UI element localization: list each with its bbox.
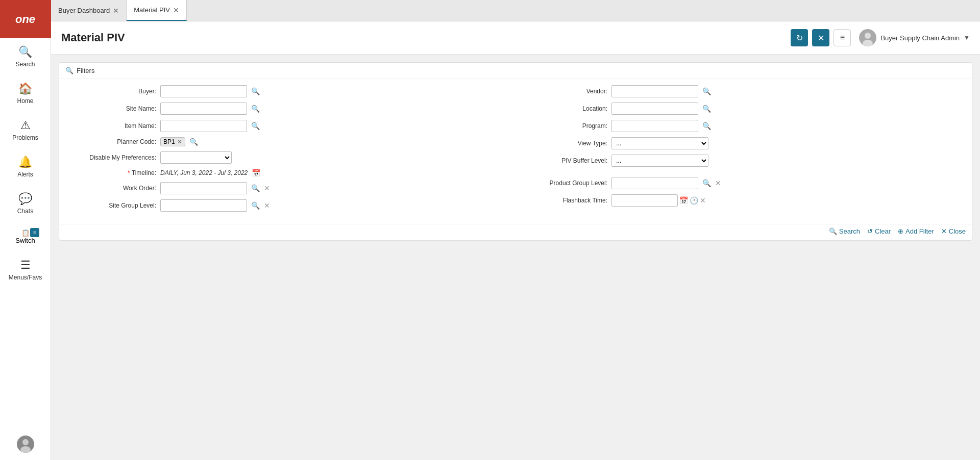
filter-search-icon: 🔍 xyxy=(65,67,74,74)
close-link-icon: ✕ xyxy=(941,227,947,235)
clear-link[interactable]: ↺ Clear xyxy=(867,227,891,235)
vendor-label: Vendor: xyxy=(521,88,607,95)
vendor-input[interactable] xyxy=(611,85,698,97)
program-input[interactable] xyxy=(611,120,698,132)
search-link-icon: 🔍 xyxy=(829,227,837,235)
filter-panel-header: 🔍 Filters xyxy=(59,63,972,79)
work-order-search-icon[interactable]: 🔍 xyxy=(251,185,260,192)
add-filter-link[interactable]: ⊕ Add Filter xyxy=(898,227,934,235)
view-type-select[interactable]: ... xyxy=(611,137,708,149)
sidebar-item-search[interactable]: 🔍 Search xyxy=(0,38,51,75)
filter-row-site-name: Site Name: 🔍 xyxy=(69,103,510,115)
flashback-calendar-icon[interactable]: 📅 xyxy=(679,196,688,205)
filter-panel: 🔍 Filters Buyer: 🔍 Site xyxy=(59,62,972,241)
app-logo[interactable]: one xyxy=(0,0,51,38)
avatar xyxy=(17,436,34,453)
item-name-search-icon[interactable]: 🔍 xyxy=(251,122,260,130)
tab-close-material-piv[interactable]: ✕ xyxy=(173,7,179,14)
product-group-search-icon[interactable]: 🔍 xyxy=(702,180,711,187)
filter-row-site-group: Site Group Level: 🔍 ✕ xyxy=(69,199,510,212)
tab-material-piv[interactable]: Material PIV ✕ xyxy=(127,0,187,21)
timeline-label: Timeline: xyxy=(69,169,156,176)
location-input[interactable] xyxy=(611,103,698,115)
clear-link-icon: ↺ xyxy=(867,227,873,235)
tab-buyer-dashboard[interactable]: Buyer Dashboard ✕ xyxy=(51,0,127,21)
work-order-clear-icon[interactable]: ✕ xyxy=(264,184,270,192)
filter-row-flashback: Flashback Time: 📅 🕐 ✕ xyxy=(521,194,962,207)
page-title: Material PIV xyxy=(61,31,791,44)
buyer-label: Buyer: xyxy=(69,88,156,95)
search-icon: 🔍 xyxy=(18,45,32,59)
buyer-input[interactable] xyxy=(160,85,247,97)
filter-row-product-group: Product Group Level: 🔍 ✕ xyxy=(521,177,962,189)
planner-code-chip-close[interactable]: ✕ xyxy=(177,138,182,145)
timeline-calendar-icon[interactable]: 📅 xyxy=(252,169,260,177)
tab-bar: Buyer Dashboard ✕ Material PIV ✕ xyxy=(51,0,980,21)
filter-row-item-name: Item Name: 🔍 xyxy=(69,120,510,132)
buyer-search-icon[interactable]: 🔍 xyxy=(251,88,260,95)
search-link[interactable]: 🔍 Search xyxy=(829,227,860,235)
filter-row-buyer: Buyer: 🔍 xyxy=(69,85,510,97)
chat-icon: 💬 xyxy=(18,192,32,206)
flashback-label: Flashback Time: xyxy=(521,197,607,204)
filter-row-view-type: View Type: ... xyxy=(521,137,962,149)
planner-code-chip: BP1 ✕ xyxy=(160,137,185,146)
sidebar-item-user-avatar[interactable] xyxy=(0,428,51,460)
site-group-input[interactable] xyxy=(160,199,247,212)
piv-buffer-label: PIV Buffer Level: xyxy=(521,157,607,164)
site-name-search-icon[interactable]: 🔍 xyxy=(251,105,260,112)
sidebar-item-menus[interactable]: ☰ Menus/Favs xyxy=(0,251,51,288)
close-link[interactable]: ✕ Close xyxy=(941,227,966,235)
piv-buffer-select[interactable]: ... xyxy=(611,155,708,167)
filter-row-program: Program: 🔍 xyxy=(521,120,962,132)
flashback-clock-icon[interactable]: 🕐 xyxy=(690,196,698,205)
svg-point-4 xyxy=(865,33,871,39)
header-actions: ↻ ✕ ≡ Buyer Supply Chain Admin ▼ xyxy=(791,29,970,46)
sidebar-item-home[interactable]: 🏠 Home xyxy=(0,75,51,112)
program-search-icon[interactable]: 🔍 xyxy=(702,122,711,130)
switch-icon: 📋 xyxy=(21,229,30,237)
flashback-input-wrap: 📅 🕐 ✕ xyxy=(611,194,706,207)
filter-col-left: Buyer: 🔍 Site Name: 🔍 Item Name: xyxy=(69,85,510,217)
site-group-clear-icon[interactable]: ✕ xyxy=(264,201,270,210)
bell-icon: 🔔 xyxy=(18,156,32,169)
filter-row-timeline: Timeline: DAILY, Jun 3, 2022 - Jul 3, 20… xyxy=(69,169,510,177)
sidebar-item-alerts[interactable]: 🔔 Alerts xyxy=(0,148,51,185)
svg-point-1 xyxy=(22,439,29,445)
location-search-icon[interactable]: 🔍 xyxy=(702,105,711,112)
page-header: Material PIV ↻ ✕ ≡ Buyer Supply Chain Ad… xyxy=(51,21,980,55)
filter-row-piv-buffer: PIV Buffer Level: ... xyxy=(521,155,962,167)
work-order-label: Work Order: xyxy=(69,185,156,192)
add-filter-icon: ⊕ xyxy=(898,227,903,235)
filter-col-right: Vendor: 🔍 Location: 🔍 Program: xyxy=(521,85,962,217)
product-group-clear-icon[interactable]: ✕ xyxy=(715,179,721,187)
sidebar-item-problems[interactable]: ⚠ Problems xyxy=(0,112,51,148)
planner-code-search-icon[interactable]: 🔍 xyxy=(189,138,198,145)
sidebar-item-switch[interactable]: ≡ 📋 Switch xyxy=(0,222,51,251)
filter-columns: Buyer: 🔍 Site Name: 🔍 Item Name: xyxy=(69,85,962,217)
filter-row-planner-code: Planner Code: BP1 ✕ 🔍 xyxy=(69,137,510,146)
filter-row-disable-prefs: Disable My Preferences: Yes No xyxy=(69,151,510,164)
user-name: Buyer Supply Chain Admin xyxy=(880,34,960,42)
close-button[interactable]: ✕ xyxy=(812,29,829,46)
tab-close-buyer-dashboard[interactable]: ✕ xyxy=(113,7,119,14)
menu-icon: ☰ xyxy=(20,259,31,272)
site-name-input[interactable] xyxy=(160,103,247,115)
site-group-search-icon[interactable]: 🔍 xyxy=(251,202,260,209)
filter-panel-title: Filters xyxy=(77,67,94,74)
vendor-search-icon[interactable]: 🔍 xyxy=(702,88,711,95)
view-type-label: View Type: xyxy=(521,140,607,147)
product-group-input[interactable] xyxy=(611,177,698,189)
flashback-input[interactable] xyxy=(611,194,678,207)
timeline-value: DAILY, Jun 3, 2022 - Jul 3, 2022 xyxy=(160,169,248,176)
sidebar-item-chats[interactable]: 💬 Chats xyxy=(0,185,51,222)
disable-prefs-select[interactable]: Yes No xyxy=(160,151,232,164)
work-order-input[interactable] xyxy=(160,182,247,194)
refresh-button[interactable]: ↻ xyxy=(791,29,808,46)
item-name-input[interactable] xyxy=(160,120,247,132)
flashback-clear-icon[interactable]: ✕ xyxy=(700,196,706,205)
menu-button[interactable]: ≡ xyxy=(834,29,851,46)
user-dropdown-icon[interactable]: ▼ xyxy=(964,34,970,41)
home-icon: 🏠 xyxy=(18,82,32,95)
site-group-label: Site Group Level: xyxy=(69,202,156,209)
